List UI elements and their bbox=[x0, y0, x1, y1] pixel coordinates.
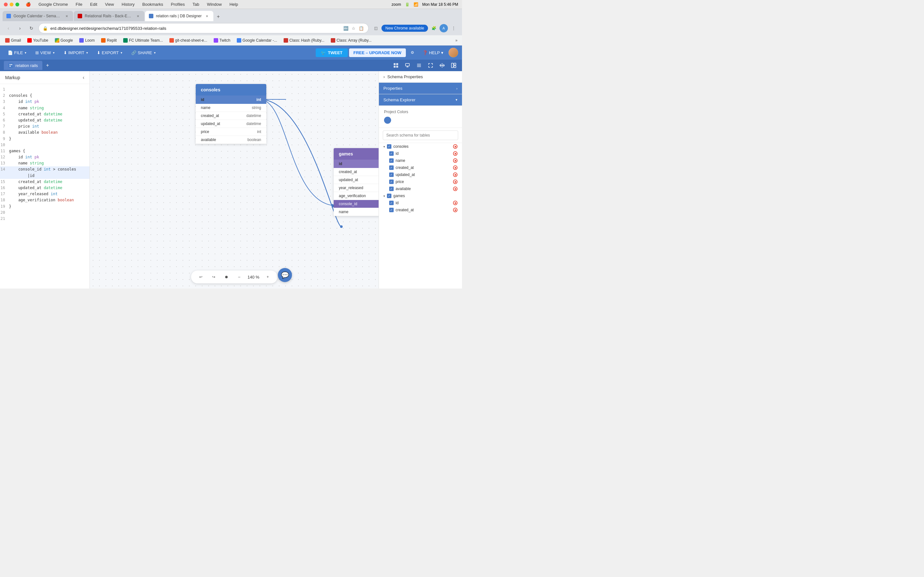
tree-consoles-available-checkbox[interactable] bbox=[389, 187, 394, 191]
tree-consoles-id-target[interactable] bbox=[453, 151, 457, 156]
tab-close-relational-rails[interactable]: ✕ bbox=[136, 13, 141, 19]
tab-google-calendar[interactable]: Google Calendar - Semana d... ✕ bbox=[3, 11, 73, 21]
schema-search-input[interactable] bbox=[383, 131, 458, 140]
view-menu[interactable]: View bbox=[103, 1, 115, 7]
tree-games-created-at-checkbox[interactable] bbox=[389, 208, 394, 212]
tab-relational-rails[interactable]: Relational Rails - Back-End E... ✕ bbox=[74, 11, 144, 21]
bookmark-gcal[interactable]: Google Calendar -... bbox=[234, 37, 280, 43]
extension-button[interactable]: 🧩 bbox=[429, 24, 438, 33]
tree-consoles-id[interactable]: id bbox=[379, 150, 462, 157]
file-menu-button[interactable]: 📄 FILE ▾ bbox=[4, 48, 30, 57]
export-view-icon[interactable] bbox=[403, 61, 412, 70]
import-menu-button[interactable]: ⬇ IMPORT ▾ bbox=[60, 48, 92, 57]
tab-relation-rails-db[interactable]: relation rails | DB Designer ✕ bbox=[145, 11, 213, 21]
profiles-menu[interactable]: Profiles bbox=[170, 1, 186, 7]
tree-consoles-target[interactable] bbox=[453, 144, 457, 149]
reload-button[interactable]: ↻ bbox=[27, 24, 36, 33]
schema-explorer-section[interactable]: Schema Explorer ▾ bbox=[379, 94, 462, 106]
markup-collapse-button[interactable]: ‹ bbox=[83, 75, 84, 81]
history-menu[interactable]: History bbox=[120, 1, 136, 7]
maximize-button[interactable] bbox=[15, 3, 19, 6]
tree-games-created-at-target[interactable] bbox=[453, 208, 457, 212]
tree-consoles-created-at[interactable]: created_at bbox=[379, 164, 462, 171]
bookmark-youtube[interactable]: YouTube bbox=[25, 37, 51, 43]
tree-consoles-name[interactable]: name bbox=[379, 157, 462, 164]
project-color-dot[interactable] bbox=[384, 117, 391, 124]
schema-properties-section[interactable]: › Schema Properties bbox=[379, 71, 462, 83]
profile-avatar[interactable]: A bbox=[439, 24, 448, 32]
tree-games-id[interactable]: id bbox=[379, 199, 462, 206]
grid-view-icon[interactable] bbox=[391, 61, 401, 70]
schema-tab-relation-rails[interactable]: relation rails bbox=[4, 61, 42, 70]
tree-games-checkbox[interactable] bbox=[387, 193, 391, 198]
tree-consoles-price-checkbox[interactable] bbox=[389, 179, 394, 184]
bookmark-ruby-hash[interactable]: Class: Hash (Ruby... bbox=[281, 37, 327, 43]
close-button[interactable] bbox=[4, 3, 8, 6]
tree-consoles-available-target[interactable] bbox=[453, 187, 457, 191]
new-tab-button[interactable]: + bbox=[214, 12, 223, 21]
zoom-in-button[interactable]: + bbox=[263, 272, 272, 282]
tab-close-google-calendar[interactable]: ✕ bbox=[64, 13, 69, 19]
new-chrome-button[interactable]: New Chrome available bbox=[381, 25, 428, 32]
settings-button[interactable]: ⚙ bbox=[407, 47, 417, 58]
record-button[interactable]: ⏺ bbox=[222, 272, 231, 282]
bookmark-google[interactable]: Google bbox=[52, 37, 76, 43]
layout-options-icon[interactable] bbox=[449, 61, 458, 70]
tree-games-id-target[interactable] bbox=[453, 201, 457, 205]
view-menu-button[interactable]: ⊞ VIEW ▾ bbox=[31, 48, 58, 57]
auto-arrange-icon[interactable] bbox=[415, 61, 423, 70]
canvas-area[interactable]: consoles id int name string created_at d… bbox=[90, 71, 379, 288]
tree-consoles-created-at-checkbox[interactable] bbox=[389, 165, 394, 170]
bookmark-gmail[interactable]: Gmail bbox=[3, 37, 23, 43]
apple-menu[interactable]: 🍎 bbox=[24, 1, 32, 7]
window-menu[interactable]: Window bbox=[206, 1, 223, 7]
consoles-table[interactable]: consoles id int name string created_at d… bbox=[196, 84, 266, 144]
bookmarks-more-button[interactable]: » bbox=[453, 37, 459, 43]
tree-consoles-chevron[interactable]: ▾ bbox=[383, 145, 385, 148]
tree-consoles-id-checkbox[interactable] bbox=[389, 151, 394, 156]
forward-button[interactable]: › bbox=[15, 24, 24, 33]
properties-section[interactable]: Properties › bbox=[379, 83, 462, 94]
chat-button[interactable]: 💬 bbox=[278, 268, 292, 282]
tree-games-row[interactable]: ▾ games bbox=[379, 192, 462, 199]
undo-button[interactable]: ↩ bbox=[196, 272, 205, 282]
tree-consoles-row[interactable]: ▾ consoles bbox=[379, 143, 462, 150]
user-avatar[interactable] bbox=[449, 48, 458, 57]
fit-icon[interactable] bbox=[438, 61, 447, 70]
games-table[interactable]: games id int created_at datetime updated… bbox=[334, 148, 379, 216]
tweet-button[interactable]: 🐦 TWEET bbox=[316, 48, 348, 57]
tree-games-chevron[interactable]: ▾ bbox=[383, 194, 385, 198]
tree-consoles-created-at-target[interactable] bbox=[453, 165, 457, 170]
tree-consoles-name-target[interactable] bbox=[453, 158, 457, 163]
bookmark-twitch[interactable]: Twitch bbox=[211, 37, 233, 43]
help-button[interactable]: ❓ HELP ▾ bbox=[419, 48, 447, 57]
minimize-button[interactable] bbox=[10, 3, 13, 6]
tree-consoles-available[interactable]: available bbox=[379, 185, 462, 192]
chrome-menu-button[interactable]: ⋮ bbox=[449, 24, 458, 33]
help-menu[interactable]: Help bbox=[228, 1, 239, 7]
redo-button[interactable]: ↪ bbox=[209, 272, 218, 282]
tree-consoles-price-target[interactable] bbox=[453, 179, 457, 184]
address-bar[interactable]: 🔒 erd.dbdesigner.net/designer/schema/171… bbox=[39, 23, 368, 33]
export-menu-button[interactable]: ⬇ EXPORT ▾ bbox=[93, 48, 126, 57]
tree-consoles-price[interactable]: price bbox=[379, 178, 462, 185]
tree-consoles-checkbox[interactable] bbox=[387, 144, 391, 149]
add-schema-button[interactable]: + bbox=[44, 61, 51, 69]
tree-consoles-updated-at-target[interactable] bbox=[453, 172, 457, 177]
share-menu-button[interactable]: 🔗 SHARE ▾ bbox=[128, 48, 160, 57]
sidebar-toggle[interactable]: ◫ bbox=[371, 24, 380, 33]
tab-close-relation-rails-db[interactable]: ✕ bbox=[204, 13, 210, 19]
file-menu[interactable]: File bbox=[74, 1, 84, 7]
fullscreen-icon[interactable] bbox=[426, 61, 435, 70]
bookmark-loom[interactable]: Loom bbox=[77, 37, 97, 43]
app-name-menu[interactable]: Google Chrome bbox=[37, 1, 69, 7]
tab-menu[interactable]: Tab bbox=[191, 1, 200, 7]
bookmark-fc[interactable]: FC Ultimate Team... bbox=[121, 37, 166, 43]
tree-consoles-updated-at[interactable]: updated_at bbox=[379, 171, 462, 178]
tree-games-created-at[interactable]: created_at bbox=[379, 206, 462, 213]
tree-consoles-name-checkbox[interactable] bbox=[389, 158, 394, 163]
reader-icon[interactable]: 📋 bbox=[358, 25, 365, 31]
tree-consoles-updated-at-checkbox[interactable] bbox=[389, 172, 394, 177]
bookmark-replit[interactable]: Replit bbox=[99, 37, 120, 43]
back-button[interactable]: ‹ bbox=[4, 24, 13, 33]
